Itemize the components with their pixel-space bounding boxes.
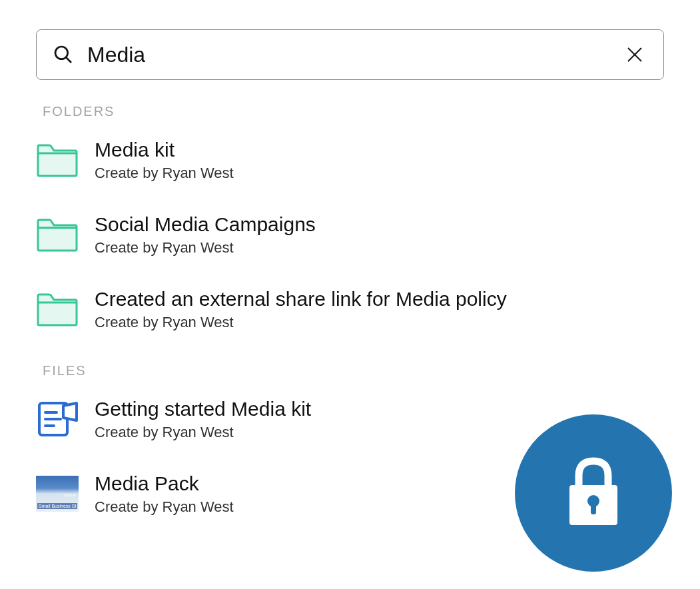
lock-icon (560, 452, 627, 534)
thumb-text: Zoho A (63, 493, 76, 497)
thumb-text: Small Business St (37, 503, 77, 509)
result-title: Getting started Media kit (95, 397, 311, 421)
search-box[interactable] (36, 29, 664, 80)
search-input[interactable] (87, 43, 622, 67)
section-header-files: FILES (43, 363, 664, 378)
folder-result-item[interactable]: Social Media Campaigns Create by Ryan We… (36, 213, 664, 257)
result-title: Social Media Campaigns (95, 213, 316, 237)
folder-icon (36, 142, 79, 178)
svg-point-0 (55, 47, 68, 59)
clear-search-icon[interactable] (622, 42, 647, 67)
result-subtitle: Create by Ryan West (95, 424, 311, 441)
svg-line-1 (67, 58, 71, 63)
result-title: Media kit (95, 138, 234, 162)
result-subtitle: Create by Ryan West (95, 498, 234, 516)
result-subtitle: Create by Ryan West (95, 239, 316, 257)
folder-result-item[interactable]: Created an external share link for Media… (36, 287, 664, 331)
search-icon (53, 44, 74, 65)
result-title: Media Pack (95, 472, 234, 496)
lock-fab-button[interactable] (515, 414, 672, 572)
image-thumbnail-icon: Zoho A Small Business St (36, 476, 79, 512)
section-header-folders: FOLDERS (43, 104, 664, 119)
result-subtitle: Create by Ryan West (95, 165, 234, 182)
folder-result-item[interactable]: Media kit Create by Ryan West (36, 138, 664, 182)
document-icon (36, 401, 79, 437)
result-subtitle: Create by Ryan West (95, 314, 507, 331)
folder-icon (36, 291, 79, 327)
result-title: Created an external share link for Media… (95, 287, 507, 311)
folder-icon (36, 217, 79, 253)
svg-rect-13 (591, 502, 596, 514)
